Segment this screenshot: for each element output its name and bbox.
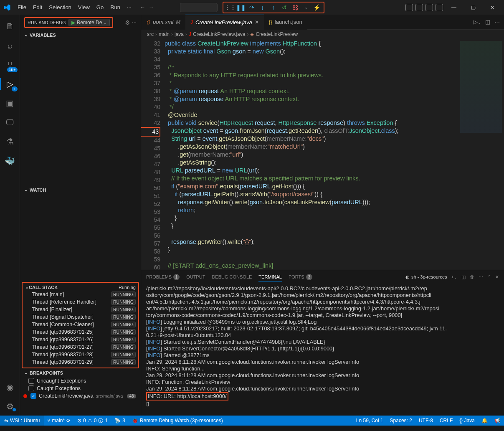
- debug-status[interactable]: 🐞Remote Debug Watch (3p-resources): [129, 416, 226, 426]
- chevron-up-icon[interactable]: ⌃: [487, 274, 491, 280]
- checkbox-checked-icon[interactable]: ✓: [30, 393, 36, 399]
- extensions-icon[interactable]: ▣: [0, 94, 20, 112]
- remote-explorer-icon[interactable]: 🖵: [0, 113, 20, 132]
- code-editor[interactable]: public class CreateLinkPreview implement…: [165, 39, 458, 270]
- thread-row[interactable]: Thread [main]RUNNING: [23, 291, 138, 298]
- sync-icon[interactable]: ⟳: [66, 418, 71, 423]
- disconnect-icon[interactable]: ⛓: [291, 3, 299, 12]
- thread-row[interactable]: Thread [Common-Cleaner]RUNNING: [23, 321, 138, 328]
- minimize-icon[interactable]: —: [446, 2, 462, 13]
- step-out-icon[interactable]: ↑: [269, 3, 278, 12]
- run-debug-icon[interactable]: ▷1: [0, 75, 20, 93]
- variables-section-header[interactable]: ⌄VARIABLES: [20, 30, 141, 39]
- source-control-icon[interactable]: ⑂1K+: [0, 56, 20, 74]
- tab-output[interactable]: OUTPUT: [186, 273, 205, 281]
- gear-icon[interactable]: ⚙: [125, 19, 130, 26]
- menu-run[interactable]: Run: [107, 3, 124, 12]
- terminal-selector[interactable]: ◐sh - 3p-resources: [405, 274, 447, 280]
- status-bar: ⇋WSL: Ubuntu ⑂main*⟳ ⊘0 ⚠0 ⓘ1 📡3 🐞Remote…: [0, 416, 504, 426]
- settings-gear-icon[interactable]: ⚙: [0, 397, 20, 416]
- eol-status[interactable]: CRLF: [436, 416, 456, 426]
- layout-icon[interactable]: [415, 4, 423, 11]
- hot-reload-icon[interactable]: ⚡: [313, 3, 321, 12]
- step-into-icon[interactable]: ↓: [258, 3, 267, 12]
- layout-icon[interactable]: [405, 4, 413, 11]
- layout-icon[interactable]: [425, 4, 433, 11]
- launch-config-dropdown[interactable]: ▶ Remote De ⌄: [68, 19, 110, 26]
- activity-bar: 🗎 ⌕ ⑂1K+ ▷1 ▣ 🖵 ⚗ 🐳 ◉ ⚙: [0, 15, 20, 416]
- breakpoints-section-header[interactable]: ⌄BREAKPOINTS: [20, 368, 141, 377]
- layout-icon[interactable]: [436, 4, 443, 11]
- command-center[interactable]: [180, 3, 218, 12]
- restart-icon[interactable]: ↺: [280, 3, 289, 12]
- tab-ports[interactable]: PORTS3: [289, 272, 312, 282]
- thread-row[interactable]: Thread [qtp399683701-27]RUNNING: [23, 343, 138, 351]
- thread-row[interactable]: Thread [qtp399683701-25]RUNNING: [23, 328, 138, 336]
- tab-createlinkpreview[interactable]: JCreateLinkPreview.java✕: [185, 15, 264, 30]
- tab-problems[interactable]: PROBLEMS1: [146, 272, 180, 282]
- class-icon: ◈: [250, 31, 254, 37]
- callstack-header[interactable]: ⌄ CALL STACK Running: [23, 284, 138, 291]
- new-terminal-icon[interactable]: +⌄: [451, 274, 457, 279]
- run-icon[interactable]: ▷⌄: [474, 19, 481, 25]
- split-editor-icon[interactable]: ◫: [485, 19, 490, 25]
- more-icon[interactable]: ⋯: [494, 19, 500, 25]
- thread-row[interactable]: Thread [Finalizer]RUNNING: [23, 306, 138, 313]
- thread-row[interactable]: Thread [qtp399683701-29]RUNNING: [23, 358, 138, 366]
- more-icon[interactable]: ⋯: [479, 274, 483, 280]
- checkbox-icon[interactable]: [28, 385, 34, 391]
- checkbox-icon[interactable]: [28, 378, 34, 384]
- ports-status[interactable]: 📡3: [111, 416, 129, 426]
- nav-back-icon[interactable]: ←: [140, 4, 145, 10]
- problems-status[interactable]: ⊘0 ⚠0 ⓘ1: [74, 416, 111, 426]
- indent-status[interactable]: Spaces: 2: [387, 416, 415, 426]
- tab-launch[interactable]: {}launch.json: [264, 15, 307, 30]
- menu-···[interactable]: ···: [124, 3, 135, 12]
- close-panel-icon[interactable]: ✕: [495, 274, 499, 280]
- line-gutter[interactable]: 3233343536373839404142434445464748495051…: [141, 39, 165, 270]
- drag-handle-icon[interactable]: ⋮⋮: [226, 3, 234, 12]
- thread-row[interactable]: Thread [qtp399683701-26]RUNNING: [23, 336, 138, 343]
- encoding-status[interactable]: UTF-8: [415, 416, 436, 426]
- explorer-icon[interactable]: 🗎: [0, 17, 20, 35]
- git-branch[interactable]: ⑂main*⟳: [44, 416, 74, 426]
- breakpoint-caught[interactable]: Caught Exceptions: [20, 385, 141, 392]
- tab-debug-console[interactable]: DEBUG CONSOLE: [212, 273, 252, 281]
- menu-selection[interactable]: Selection: [46, 3, 74, 12]
- split-terminal-icon[interactable]: ◫: [461, 274, 466, 280]
- menu-edit[interactable]: Edit: [30, 3, 46, 12]
- nav-fwd-icon[interactable]: →: [149, 4, 154, 10]
- watch-section-header[interactable]: ⌄WATCH: [20, 185, 141, 194]
- thread-row[interactable]: Thread [Reference Handler]RUNNING: [23, 298, 138, 306]
- terminal-body[interactable]: /pierrick/.m2/repository/io/cloudevents/…: [141, 284, 504, 416]
- maximize-icon[interactable]: ▢: [465, 2, 481, 13]
- breakpoint-uncaught[interactable]: Uncaught Exceptions: [20, 377, 141, 385]
- more-icon[interactable]: ⋯: [132, 20, 137, 25]
- kill-terminal-icon[interactable]: 🗑: [470, 274, 474, 279]
- tab-terminal[interactable]: TERMINAL: [258, 273, 282, 281]
- menu-view[interactable]: View: [75, 3, 93, 12]
- tab-pom[interactable]: ⟨⟩pom.xml M: [141, 15, 185, 30]
- notifications-icon[interactable]: 🔔: [478, 416, 491, 426]
- menu-go[interactable]: Go: [93, 3, 107, 12]
- cursor-position[interactable]: Ln 59, Col 1: [353, 416, 387, 426]
- testing-icon[interactable]: ⚗: [0, 132, 20, 151]
- thread-row[interactable]: Thread [Signal Dispatcher]RUNNING: [23, 313, 138, 321]
- search-icon[interactable]: ⌕: [0, 36, 20, 55]
- step-over-icon[interactable]: ↷: [248, 3, 256, 12]
- close-icon[interactable]: ✕: [255, 19, 259, 25]
- feedback-icon[interactable]: 📢: [491, 416, 504, 426]
- minimap[interactable]: [458, 39, 504, 270]
- pause-icon[interactable]: ❚❚: [237, 3, 245, 12]
- breadcrumb[interactable]: src› main› java› JCreateLinkPreview.java…: [141, 30, 504, 39]
- breakpoint-file[interactable]: ✓ CreateLinkPreview.java src/main/java 4…: [20, 392, 141, 400]
- language-status[interactable]: {} Java: [456, 416, 478, 426]
- chevron-down-icon[interactable]: ⌄: [302, 3, 310, 12]
- menu-file[interactable]: File: [14, 3, 30, 12]
- accounts-icon[interactable]: ◉: [0, 378, 20, 396]
- remote-indicator[interactable]: ⇋WSL: Ubuntu: [0, 416, 44, 426]
- thread-row[interactable]: Thread [qtp399683701-28]RUNNING: [23, 351, 138, 358]
- json-icon: {}: [269, 19, 272, 25]
- close-icon[interactable]: ✕: [484, 2, 501, 13]
- docker-icon[interactable]: 🐳: [0, 152, 20, 170]
